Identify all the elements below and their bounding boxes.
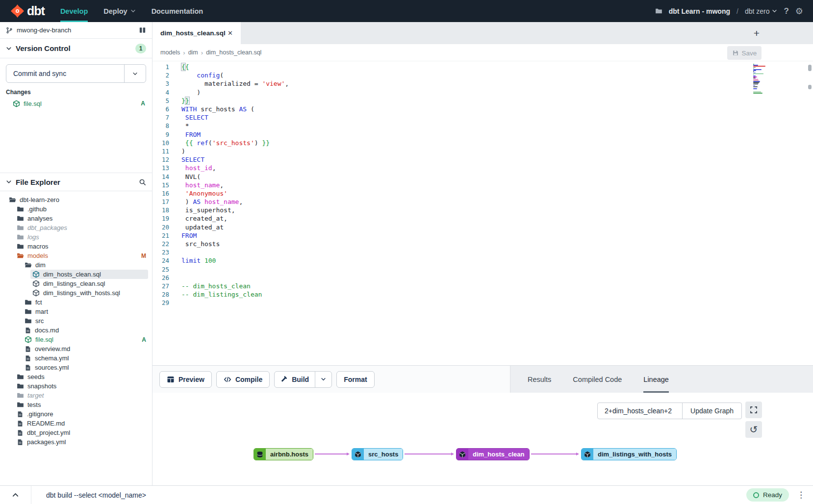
dbt-logo-icon bbox=[11, 4, 24, 18]
nav-develop[interactable]: Develop bbox=[60, 0, 88, 22]
help-button[interactable]: ? bbox=[784, 6, 788, 16]
line-number: 21 bbox=[152, 232, 169, 239]
lineage-node-src_hosts[interactable]: src_hosts bbox=[352, 448, 403, 460]
database-icon bbox=[254, 449, 266, 460]
settings-gear-icon[interactable]: ⚙ bbox=[795, 7, 803, 16]
format-button[interactable]: Format bbox=[336, 371, 374, 388]
build-button[interactable]: Build bbox=[275, 372, 315, 387]
lineage-node-label: airbnb.hosts bbox=[266, 449, 313, 460]
kebab-menu-icon[interactable]: ⋮ bbox=[797, 490, 805, 500]
lineage-filter-input[interactable]: 2+dim_hosts_clean+2 bbox=[598, 403, 682, 419]
build-options-caret[interactable] bbox=[315, 372, 331, 387]
code-line: 1{{ bbox=[152, 63, 813, 71]
tree-item-snapshots[interactable]: snapshots bbox=[0, 381, 152, 391]
code-line: 8 * bbox=[152, 122, 813, 130]
tree-item-overview.md[interactable]: overview.md bbox=[0, 344, 152, 353]
tree-item-.gitignore[interactable]: .gitignore bbox=[0, 409, 152, 419]
reset-view-button[interactable]: ↺ bbox=[745, 421, 762, 438]
tree-item-label: tests bbox=[27, 401, 41, 408]
tree-item-.github[interactable]: .github bbox=[0, 204, 152, 214]
nav-deploy[interactable]: Deploy bbox=[103, 0, 135, 22]
code-line: 25 bbox=[152, 265, 813, 274]
environment-selector[interactable]: dbt zero bbox=[745, 7, 778, 15]
tree-item-fct[interactable]: fct bbox=[0, 298, 152, 307]
breadcrumb-file[interactable]: dim_hosts_clean.sql bbox=[206, 49, 261, 56]
breadcrumb-models[interactable]: models bbox=[160, 49, 180, 56]
code-line: 28-- dim_listings_clean bbox=[152, 290, 813, 299]
minimap[interactable] bbox=[753, 64, 766, 95]
line-number: 16 bbox=[152, 190, 169, 197]
lineage-node-airbnb.hosts[interactable]: airbnb.hosts bbox=[254, 448, 313, 460]
folder-open-icon bbox=[25, 261, 32, 269]
tree-item-mart[interactable]: mart bbox=[0, 307, 152, 316]
tree-item-models[interactable]: modelsM bbox=[0, 251, 152, 260]
file-tree: dbt-learn-zero.githubanalysesdbt_package… bbox=[0, 191, 152, 485]
tree-item-dim_listings_with_hosts.sql[interactable]: dim_listings_with_hosts.sql bbox=[0, 288, 152, 298]
tree-item-file.sql[interactable]: file.sqlA bbox=[0, 335, 152, 344]
file-explorer-header[interactable]: File Explorer bbox=[0, 173, 152, 191]
tree-item-target[interactable]: target bbox=[0, 391, 152, 400]
tree-item-dbt-learn-zero[interactable]: dbt-learn-zero bbox=[0, 195, 152, 204]
tree-item-dim[interactable]: dim bbox=[0, 260, 152, 270]
dbt-logo[interactable]: dbt bbox=[0, 4, 45, 18]
tree-item-logs[interactable]: logs bbox=[0, 232, 152, 242]
tree-item-seeds[interactable]: seeds bbox=[0, 372, 152, 381]
tree-item-label: .github bbox=[27, 205, 47, 213]
nav-documentation[interactable]: Documentation bbox=[152, 0, 203, 22]
lineage-node-dim_listings_with_hosts[interactable]: dim_listings_with_hosts bbox=[581, 448, 677, 460]
tree-item-dim_hosts_clean.sql[interactable]: dim_hosts_clean.sql bbox=[0, 270, 152, 279]
tree-item-label: README.md bbox=[27, 420, 65, 427]
search-icon[interactable] bbox=[139, 178, 146, 186]
tab-dim-hosts-clean[interactable]: dim_hosts_clean.sql ✕ bbox=[152, 22, 241, 44]
save-button[interactable]: Save bbox=[727, 46, 762, 60]
changed-file-row[interactable]: file.sql A bbox=[0, 99, 152, 108]
tree-item-sources.yml[interactable]: sources.yml bbox=[0, 363, 152, 372]
tree-item-tests[interactable]: tests bbox=[0, 400, 152, 409]
tree-item-schema.yml[interactable]: schema.yml bbox=[0, 353, 152, 363]
update-graph-button[interactable]: Update Graph bbox=[682, 403, 741, 419]
branch-row[interactable]: mwong-dev-branch bbox=[0, 22, 152, 39]
folder-icon bbox=[25, 317, 32, 325]
compile-button[interactable]: Compile bbox=[216, 371, 270, 388]
code-line: 20 updated_at bbox=[152, 223, 813, 231]
tab-results[interactable]: Results bbox=[528, 366, 551, 393]
new-tab-button[interactable]: + bbox=[749, 26, 764, 41]
editor-scrollbar-thumb[interactable] bbox=[808, 85, 812, 89]
line-number: 3 bbox=[152, 80, 169, 87]
commit-and-sync-button[interactable]: Commit and sync bbox=[6, 64, 146, 83]
lineage-node-dim_hosts_clean[interactable]: dim_hosts_clean bbox=[456, 448, 530, 460]
folder-icon bbox=[17, 205, 24, 213]
breadcrumb-dim[interactable]: dim bbox=[188, 49, 198, 56]
tree-item-dim_listings_clean.sql[interactable]: dim_listings_clean.sql bbox=[0, 279, 152, 288]
editor-scrollbar-thumb[interactable] bbox=[808, 65, 812, 71]
tree-item-macros[interactable]: macros bbox=[0, 242, 152, 251]
fullscreen-button[interactable] bbox=[745, 402, 762, 418]
version-control-header[interactable]: Version Control 1 bbox=[0, 39, 152, 58]
layout-columns-icon[interactable] bbox=[139, 26, 146, 34]
close-icon[interactable]: ✕ bbox=[226, 28, 235, 38]
code-line: 12SELECT bbox=[152, 155, 813, 164]
code-editor[interactable]: 1{{2 config(3 materialized = 'view',4 )5… bbox=[152, 61, 813, 365]
line-number: 27 bbox=[152, 282, 169, 290]
file-icon bbox=[25, 327, 31, 334]
tab-lineage[interactable]: Lineage bbox=[643, 366, 669, 393]
model-cube-icon bbox=[457, 449, 468, 460]
command-input[interactable]: dbt build --select <model_name> bbox=[46, 491, 146, 499]
logo-text: dbt bbox=[27, 4, 45, 18]
preview-button[interactable]: Preview bbox=[159, 371, 212, 388]
commit-options-caret[interactable] bbox=[124, 65, 146, 82]
tree-item-docs.md[interactable]: docs.md bbox=[0, 326, 152, 335]
lineage-node-label: src_hosts bbox=[364, 449, 403, 460]
tree-item-packages.yml[interactable]: packages.yml bbox=[0, 437, 152, 447]
git-status-badge: M bbox=[141, 252, 146, 259]
tree-item-dbt_project.yml[interactable]: dbt_project.yml bbox=[0, 428, 152, 437]
line-number: 1 bbox=[152, 63, 169, 71]
tree-item-README.md[interactable]: README.md bbox=[0, 419, 152, 428]
tree-item-dbt_packages[interactable]: dbt_packages bbox=[0, 223, 152, 232]
path-separator: / bbox=[737, 7, 738, 15]
expand-panel-button[interactable] bbox=[0, 486, 31, 504]
tree-item-src[interactable]: src bbox=[0, 316, 152, 326]
tab-compiled-code[interactable]: Compiled Code bbox=[573, 366, 622, 393]
line-number: 12 bbox=[152, 156, 169, 163]
tree-item-analyses[interactable]: analyses bbox=[0, 214, 152, 223]
